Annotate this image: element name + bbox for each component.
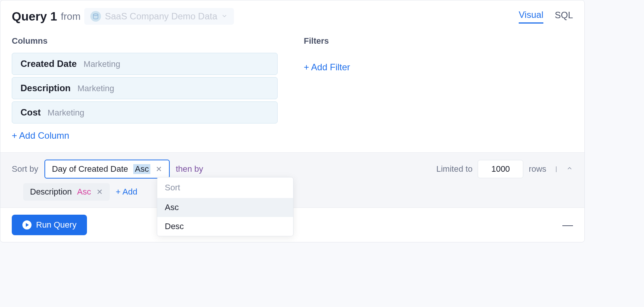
sort-by-label: Sort by bbox=[12, 164, 38, 174]
limit-input[interactable] bbox=[478, 160, 523, 178]
sort-primary-field: Day of Created Date bbox=[52, 164, 128, 174]
svg-point-0 bbox=[93, 14, 98, 16]
add-column-button[interactable]: + Add Column bbox=[12, 130, 69, 141]
limited-to-label: Limited to bbox=[436, 164, 472, 174]
database-icon bbox=[90, 11, 101, 22]
sort-secondary-direction[interactable]: Asc bbox=[77, 187, 91, 197]
query-title[interactable]: Query 1 bbox=[12, 9, 57, 24]
sort-primary-chip[interactable]: Day of Created Date Asc ✕ bbox=[44, 160, 170, 179]
tab-visual[interactable]: Visual bbox=[519, 9, 543, 24]
remove-sort-primary[interactable]: ✕ bbox=[156, 165, 162, 174]
column-source: Marketing bbox=[47, 108, 84, 118]
sort-direction-dropdown: Sort Asc Desc bbox=[157, 177, 294, 236]
column-item[interactable]: Description Marketing bbox=[12, 77, 278, 99]
column-name: Created Date bbox=[21, 59, 77, 69]
rows-label: rows bbox=[529, 164, 546, 174]
column-name: Description bbox=[21, 83, 71, 93]
column-source: Marketing bbox=[84, 59, 120, 69]
add-sort-button[interactable]: + Add bbox=[116, 187, 137, 197]
filters-heading: Filters bbox=[304, 36, 573, 46]
play-icon bbox=[22, 220, 32, 229]
chevron-down-icon bbox=[221, 11, 228, 22]
run-query-button[interactable]: Run Query bbox=[12, 215, 87, 235]
collapse-chevron-icon[interactable] bbox=[566, 165, 573, 173]
sort-secondary-field: Description bbox=[30, 187, 72, 197]
dropdown-option-asc[interactable]: Asc bbox=[157, 198, 293, 217]
column-name: Cost bbox=[21, 107, 41, 118]
add-filter-button[interactable]: + Add Filter bbox=[304, 62, 350, 73]
tab-sql[interactable]: SQL bbox=[555, 10, 573, 23]
sort-secondary-chip[interactable]: Description Asc ✕ bbox=[23, 183, 110, 201]
then-by-label: then by bbox=[176, 164, 203, 174]
column-source: Marketing bbox=[77, 84, 114, 93]
connection-name: SaaS Company Demo Data bbox=[105, 11, 217, 22]
minimize-icon[interactable]: — bbox=[562, 219, 573, 231]
dropdown-option-desc[interactable]: Desc bbox=[157, 217, 293, 236]
column-item[interactable]: Cost Marketing bbox=[12, 101, 278, 123]
from-label: from bbox=[61, 11, 80, 22]
columns-heading: Columns bbox=[12, 36, 281, 46]
connection-selector[interactable]: SaaS Company Demo Data bbox=[84, 8, 234, 25]
remove-sort-secondary[interactable]: ✕ bbox=[96, 187, 103, 196]
column-item[interactable]: Created Date Marketing bbox=[12, 53, 278, 75]
run-query-label: Run Query bbox=[36, 220, 76, 230]
divider: | bbox=[552, 166, 561, 172]
sort-primary-direction[interactable]: Asc bbox=[133, 164, 150, 174]
dropdown-header: Sort bbox=[157, 177, 293, 198]
